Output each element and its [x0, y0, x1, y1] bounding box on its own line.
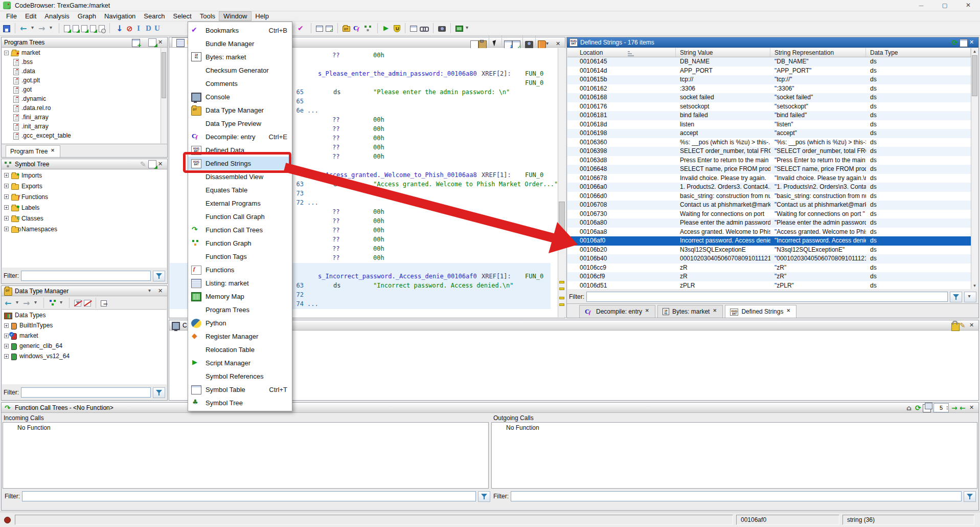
import-icon[interactable]: [148, 38, 156, 47]
close-icon[interactable]: [968, 38, 976, 47]
tree-node-market[interactable]: market: [2, 48, 167, 57]
tree-expander[interactable]: [4, 216, 9, 221]
archive-builtintypes[interactable]: BuiltInTypes: [2, 320, 167, 331]
menubar-search[interactable]: Search: [140, 12, 169, 20]
outgoing-calls-list[interactable]: No Function: [491, 422, 977, 489]
menu-item-memory-map[interactable]: Memory Map: [188, 290, 292, 303]
recursion-depth-field[interactable]: 5: [933, 403, 949, 412]
tab-program-tree[interactable]: Program Tree: [6, 145, 60, 157]
archive-windows-vs12-64[interactable]: windows_vs12_64: [2, 351, 167, 361]
menu-item-functions[interactable]: Functions: [188, 263, 292, 276]
tree-node-gcc-except-table[interactable]: .gcc_except_table: [2, 131, 167, 140]
strings-filter-input[interactable]: [586, 292, 948, 302]
menu-item-external-programs[interactable]: External Programs: [188, 196, 292, 210]
table-icon[interactable]: [316, 26, 323, 32]
tab-close-icon[interactable]: [645, 309, 650, 314]
column-settings-button[interactable]: [964, 292, 976, 302]
table-check-icon[interactable]: [512, 40, 520, 49]
refresh-icon[interactable]: [951, 38, 960, 47]
tree-node-got[interactable]: .got: [2, 85, 167, 94]
string-row-00106198[interactable]: 00106198accept"accept"ds: [567, 129, 971, 138]
letter-u-icon[interactable]: [154, 24, 161, 33]
menu-item-defined-strings[interactable]: Defined Strings: [188, 157, 292, 170]
column-header-string-value[interactable]: String Value: [676, 48, 770, 57]
tree-node-data-rel-ro[interactable]: .data.rel.ro: [2, 103, 167, 113]
strings-table-scrollbar[interactable]: ▲ ▼: [971, 48, 978, 289]
lock-icon[interactable]: [951, 323, 960, 331]
tree-node-bss[interactable]: .bss: [2, 57, 167, 67]
close-icon[interactable]: [554, 40, 562, 48]
tree-expander[interactable]: [4, 354, 9, 359]
drop-icon[interactable]: [546, 40, 554, 48]
view-tab-defined-strings[interactable]: Defined Strings: [725, 305, 796, 318]
menu-item-function-tags[interactable]: Function Tags: [188, 250, 292, 263]
decompile-icon[interactable]: [353, 24, 361, 33]
close-button[interactable]: [956, 0, 980, 11]
data-type-icon[interactable]: [343, 26, 350, 32]
close-icon[interactable]: [156, 287, 165, 295]
drop-icon[interactable]: [31, 24, 36, 33]
letter-d-icon[interactable]: [146, 24, 152, 33]
scroll-down-icon[interactable]: ▼: [971, 282, 978, 289]
data-types-root[interactable]: Data Types: [2, 310, 167, 320]
filter-options-button[interactable]: [153, 271, 165, 281]
tree-expander[interactable]: [4, 173, 9, 178]
tree-expander[interactable]: [4, 344, 9, 348]
program-tree-scrollbar[interactable]: [161, 48, 167, 143]
refresh-icon[interactable]: [915, 404, 923, 412]
doc-clock-icon[interactable]: [99, 25, 105, 32]
arrow-down-blue-icon[interactable]: [115, 24, 123, 33]
close-icon[interactable]: [156, 38, 165, 47]
menu-item-script-manager[interactable]: Script Manager: [188, 356, 292, 369]
symbol-tree-node-labels[interactable]: Labels: [2, 202, 167, 213]
pencil-gray-icon[interactable]: [140, 160, 148, 168]
tree-expander[interactable]: [4, 205, 9, 210]
nav-back-icon[interactable]: [5, 299, 13, 308]
column-header-data-type[interactable]: Data Type: [866, 48, 971, 57]
string-row-00106181[interactable]: 00106181bind failed"bind failed"ds: [567, 111, 971, 120]
memory-chip-icon[interactable]: [455, 26, 463, 32]
string-row-00106398[interactable]: 00106398SELECT order_number, total FRO..…: [567, 147, 971, 156]
menu-item-equates-table[interactable]: Equates Table: [188, 183, 292, 196]
column-header-string-representation[interactable]: String Representation: [770, 48, 866, 57]
menubar-help[interactable]: Help: [251, 12, 273, 20]
menubar-window[interactable]: Window: [219, 12, 251, 20]
string-row-00106d51[interactable]: 00106d51zPLR"zPLR"ds: [567, 281, 971, 290]
drop-icon[interactable]: [34, 299, 39, 308]
string-row-001066d0[interactable]: 001066d0basic_string: construction from …: [567, 192, 971, 201]
menubar-select[interactable]: Select: [169, 12, 196, 20]
menubar-tools[interactable]: Tools: [196, 12, 219, 20]
string-row-00106cc9[interactable]: 00106cc9zR"zR"ds: [567, 264, 971, 273]
menu-item-bookmarks[interactable]: BookmarksCtrl+B: [188, 24, 292, 37]
filter-options-button[interactable]: [964, 491, 976, 502]
table-down-icon[interactable]: [504, 40, 512, 49]
string-row-00106b20[interactable]: 00106b20N3sql12SQLExceptionE"N3sql12SQLE…: [567, 246, 971, 255]
filter-options-button[interactable]: [478, 491, 490, 502]
menu-item-relocation-table[interactable]: Relocation Table: [188, 343, 292, 356]
data-type-manager-filter-input[interactable]: [21, 387, 151, 398]
tree-node-got-plt[interactable]: .got.plt: [2, 76, 167, 85]
menu-item-listing-market[interactable]: Listing: market: [188, 276, 292, 290]
tree-expander[interactable]: [4, 227, 9, 231]
symbol-tree-node-functions[interactable]: Functions: [2, 191, 167, 202]
string-row-00106aa8[interactable]: 00106aa8Access granted. Welcome to Phis.…: [567, 228, 971, 237]
shield-u-icon[interactable]: [394, 25, 400, 32]
tree-expander[interactable]: [4, 334, 9, 338]
table-blue-icon[interactable]: [410, 26, 417, 32]
menu-item-checksum-generator[interactable]: Checksum Generator: [188, 63, 292, 77]
doc-arrow-icon[interactable]: [64, 25, 70, 32]
menu-item-console[interactable]: Console: [188, 90, 292, 103]
string-row-0010615b[interactable]: 0010615btcp://"tcp://"ds: [567, 75, 971, 84]
string-row-001063d8[interactable]: 001063d8Press Enter to return to the mai…: [567, 156, 971, 165]
menu-item-symbol-tree[interactable]: Symbol Tree: [188, 396, 292, 409]
symbol-tree-node-classes[interactable]: Classes: [2, 213, 167, 224]
drop-icon[interactable]: [148, 287, 156, 295]
copy-icon[interactable]: [470, 40, 478, 49]
book-icon[interactable]: [538, 40, 546, 49]
drop-icon[interactable]: [16, 299, 20, 308]
menubar-edit[interactable]: Edit: [21, 12, 40, 20]
menubar-navigation[interactable]: Navigation: [100, 12, 140, 20]
maximize-button[interactable]: [933, 0, 956, 11]
string-row-0010614d[interactable]: 0010614dAPP_PORT"APP_PORT"ds: [567, 67, 971, 76]
menu-item-program-trees[interactable]: Program Trees: [188, 303, 292, 316]
